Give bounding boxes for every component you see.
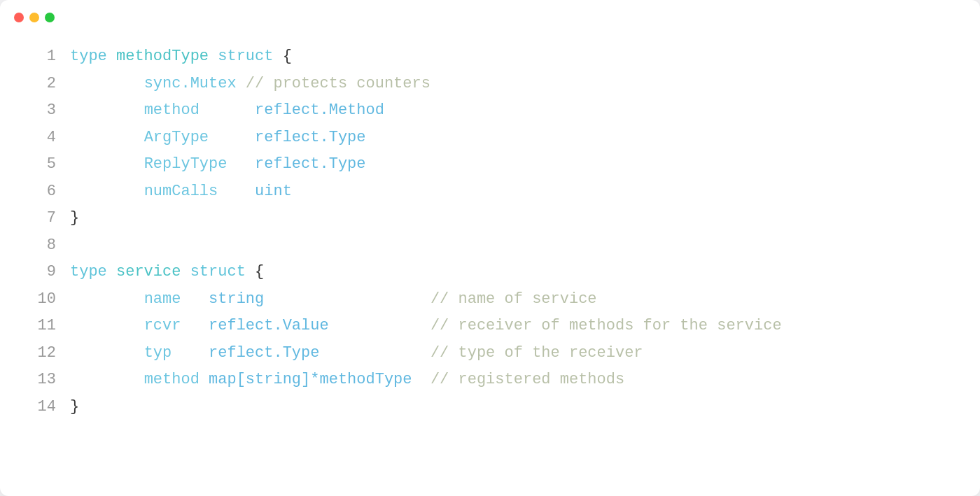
line-content: method reflect.Method xyxy=(70,97,384,125)
line-number: 11 xyxy=(28,313,56,340)
type-token: reflect.Value xyxy=(209,313,430,340)
code-line: 10 name string // name of service xyxy=(28,286,952,313)
code-line: 8 xyxy=(28,232,952,260)
comment-token: // registered methods xyxy=(430,367,624,394)
keyword-token: struct xyxy=(218,43,282,71)
field-token: method xyxy=(144,367,209,394)
code-line: 6 numCalls uint xyxy=(28,178,952,206)
comment-token: // receiver of methods for the service xyxy=(430,313,782,340)
line-number: 3 xyxy=(28,97,56,125)
main-window: 1type methodType struct {2 sync.Mutex //… xyxy=(0,0,980,496)
minimize-button[interactable] xyxy=(29,13,39,22)
code-line: 7} xyxy=(28,205,952,232)
line-number: 13 xyxy=(28,367,56,394)
code-line: 13 method map[string]*methodType // regi… xyxy=(28,367,952,394)
space-token xyxy=(70,97,144,125)
keyword-token: struct xyxy=(190,259,255,286)
code-line: 9type service struct { xyxy=(28,259,952,286)
code-editor: 1type methodType struct {2 sync.Mutex //… xyxy=(0,29,980,496)
line-content: type methodType struct { xyxy=(70,43,292,71)
type-token: reflect.Type xyxy=(209,340,430,367)
code-line: 2 sync.Mutex // protects counters xyxy=(28,71,952,98)
line-number: 7 xyxy=(28,205,56,232)
brace-token: { xyxy=(255,259,264,286)
maximize-button[interactable] xyxy=(45,13,55,22)
line-number: 5 xyxy=(28,151,56,178)
close-button[interactable] xyxy=(14,13,24,22)
type-name-token: service xyxy=(116,259,190,286)
space-token xyxy=(70,151,144,178)
space-token xyxy=(70,125,144,152)
brace-token: } xyxy=(70,205,79,232)
line-content: method map[string]*methodType // registe… xyxy=(70,367,624,394)
comment-token: // name of service xyxy=(430,286,597,313)
type-token: reflect.Method xyxy=(255,97,384,125)
type-token: uint xyxy=(255,178,292,206)
line-content: name string // name of service xyxy=(70,286,597,313)
brace-token: { xyxy=(283,43,292,71)
line-content: rcvr reflect.Value // receiver of method… xyxy=(70,313,782,340)
keyword-token: type xyxy=(70,43,116,71)
code-line: 4 ArgType reflect.Type xyxy=(28,125,952,152)
code-line: 3 method reflect.Method xyxy=(28,97,952,125)
field-token: sync.Mutex xyxy=(144,71,246,98)
code-line: 14} xyxy=(28,394,952,421)
line-number: 8 xyxy=(28,232,56,260)
field-token: numCalls xyxy=(144,178,255,206)
field-token: ArgType xyxy=(144,125,255,152)
line-content: numCalls uint xyxy=(70,178,292,206)
brace-token: } xyxy=(70,394,79,421)
line-content: } xyxy=(70,394,79,421)
line-number: 6 xyxy=(28,178,56,206)
field-token: name xyxy=(144,286,209,313)
field-token: typ xyxy=(144,340,209,367)
comment-token: // protects counters xyxy=(246,71,430,98)
space-token xyxy=(70,367,144,394)
field-token: ReplyType xyxy=(144,151,255,178)
comment-token: // type of the receiver xyxy=(430,340,643,367)
line-number: 10 xyxy=(28,286,56,313)
space-token xyxy=(70,178,144,206)
line-content: ArgType reflect.Type xyxy=(70,125,366,152)
code-line: 11 rcvr reflect.Value // receiver of met… xyxy=(28,313,952,340)
line-number: 4 xyxy=(28,125,56,152)
line-number: 14 xyxy=(28,394,56,421)
line-number: 12 xyxy=(28,340,56,367)
line-content: ReplyType reflect.Type xyxy=(70,151,366,178)
type-token: reflect.Type xyxy=(255,151,365,178)
type-token: map[string]*methodType xyxy=(209,367,430,394)
keyword-token: type xyxy=(70,259,116,286)
type-name-token: methodType xyxy=(116,43,218,71)
line-content: typ reflect.Type // type of the receiver xyxy=(70,340,643,367)
line-content: sync.Mutex // protects counters xyxy=(70,71,430,98)
line-number: 1 xyxy=(28,43,56,71)
field-token: method xyxy=(144,97,255,125)
space-token xyxy=(70,71,144,98)
line-number: 2 xyxy=(28,71,56,98)
type-token: reflect.Type xyxy=(255,125,365,152)
code-line: 12 typ reflect.Type // type of the recei… xyxy=(28,340,952,367)
titlebar xyxy=(0,0,980,29)
type-token: string xyxy=(209,286,430,313)
space-token xyxy=(70,286,144,313)
space-token xyxy=(70,313,144,340)
code-line: 1type methodType struct { xyxy=(28,43,952,71)
space-token xyxy=(70,340,144,367)
line-content: } xyxy=(70,205,79,232)
field-token: rcvr xyxy=(144,313,209,340)
line-number: 9 xyxy=(28,259,56,286)
line-content: type service struct { xyxy=(70,259,264,286)
code-line: 5 ReplyType reflect.Type xyxy=(28,151,952,178)
